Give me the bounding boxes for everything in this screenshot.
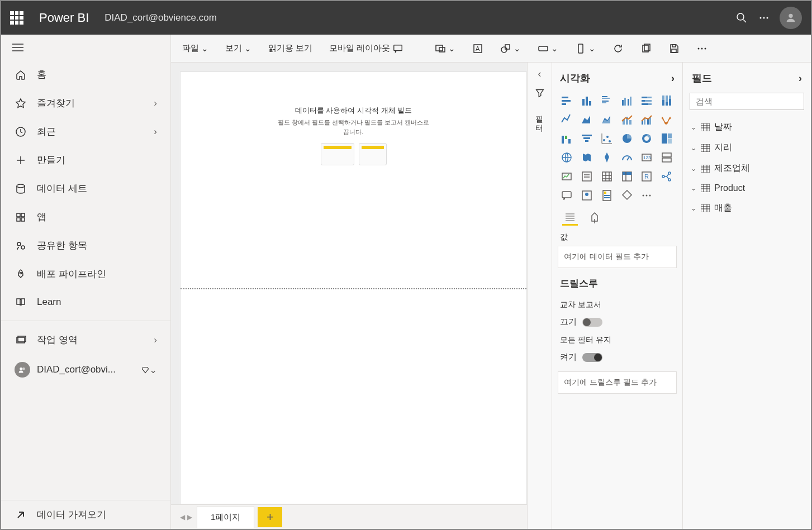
fields-search[interactable]	[690, 93, 804, 110]
toolbar-reading-view[interactable]: 읽기용 보기	[265, 41, 316, 56]
viz-paginated-icon[interactable]	[599, 188, 615, 203]
viz-ribbon-icon[interactable]	[659, 112, 675, 127]
toolbar-mobile-layout[interactable]: 모바일 레이아웃	[326, 41, 407, 56]
viz-clustered-bar-icon[interactable]	[599, 93, 615, 108]
chevron-right-icon[interactable]: ›	[799, 73, 802, 84]
app-launcher-icon[interactable]	[10, 11, 23, 25]
viz-tab-format[interactable]	[587, 210, 602, 226]
nav-datasets[interactable]: 데이터 세트	[1, 174, 170, 203]
toolbar-duplicate[interactable]	[637, 41, 655, 56]
viz-line-icon[interactable]	[559, 112, 574, 127]
viz-gauge-icon[interactable]	[619, 150, 635, 165]
page-tab-1[interactable]: 1페이지	[197, 506, 254, 528]
viz-multi-card-icon[interactable]	[659, 150, 675, 165]
nav-pipelines[interactable]: 배포 파이프라인	[1, 260, 170, 288]
viz-pie-icon[interactable]	[619, 131, 635, 146]
add-page-button[interactable]: +	[258, 507, 282, 527]
user-avatar[interactable]	[780, 7, 802, 29]
nav-shared[interactable]: 공유한 항목	[1, 231, 170, 260]
viz-matrix-icon[interactable]	[619, 169, 635, 184]
svg-rect-44	[586, 97, 588, 106]
nav-home[interactable]: 홈	[1, 60, 170, 89]
viz-r-icon[interactable]: R	[639, 169, 654, 184]
drillthrough-drop-zone[interactable]: 여기에 드릴스루 필드 추가	[558, 371, 677, 394]
viz-map-icon[interactable]	[559, 150, 574, 165]
viz-stacked-area-icon[interactable]	[599, 112, 615, 127]
viz-qna-icon[interactable]	[559, 188, 574, 203]
toolbar-file[interactable]: 파일 ⌄	[179, 41, 212, 56]
chevron-left-icon[interactable]: ‹	[538, 68, 542, 80]
viz-line-clustered-icon[interactable]	[639, 112, 654, 127]
toolbar-refresh[interactable]	[609, 41, 627, 56]
toolbar-shapes[interactable]: ⌄	[497, 41, 524, 56]
svg-rect-51	[624, 98, 626, 106]
viz-waterfall-icon[interactable]	[559, 131, 574, 146]
toolbar-buttons[interactable]: ⌄	[534, 41, 562, 56]
filters-pane-collapsed[interactable]: ‹ 필터	[527, 63, 552, 529]
field-table[interactable]: ⌄ Product	[690, 179, 804, 198]
nav-favorites[interactable]: 즐겨찾기 ›	[1, 89, 170, 117]
viz-donut-icon[interactable]	[639, 131, 654, 146]
report-canvas[interactable]: 데이터를 사용하여 시각적 개체 빌드 필드 창에서 필드를 선택하거나 필드를…	[180, 71, 527, 504]
viz-filled-map-icon[interactable]	[579, 150, 595, 165]
viz-line-column-icon[interactable]	[619, 112, 635, 127]
nav-workspaces[interactable]: 작업 영역 ›	[1, 326, 170, 354]
nav-apps[interactable]: 앱	[1, 203, 170, 231]
keep-filters-toggle[interactable]	[582, 353, 602, 362]
search-icon[interactable]	[730, 7, 753, 29]
toolbar-save[interactable]	[665, 41, 683, 56]
toolbar-view[interactable]: 보기 ⌄	[222, 41, 255, 56]
toolbar-visual[interactable]: ⌄	[572, 41, 599, 56]
viz-slicer-icon[interactable]	[579, 169, 595, 184]
page-next-button[interactable]: ▶	[187, 513, 192, 521]
svg-rect-50	[622, 100, 624, 106]
values-drop-zone[interactable]: 여기에 데이터 필드 추가	[558, 246, 677, 268]
viz-kpi-icon[interactable]	[559, 169, 574, 184]
viz-python-icon[interactable]	[619, 188, 635, 203]
viz-card-icon[interactable]: 123	[639, 150, 654, 165]
nav-current-workspace[interactable]: DIAD_cort@obvi... ⌄	[1, 354, 170, 385]
viz-stacked-bar-icon[interactable]	[559, 93, 574, 108]
toolbar-more[interactable]	[693, 41, 711, 56]
page-prev-button[interactable]: ◀	[180, 513, 185, 521]
chevron-right-icon[interactable]: ›	[671, 73, 675, 84]
svg-rect-115	[604, 192, 606, 194]
field-table[interactable]: ⌄ 날짜	[690, 117, 804, 137]
viz-funnel-icon[interactable]	[579, 131, 595, 146]
viz-stacked-column-icon[interactable]	[579, 93, 595, 108]
viz-decomposition-icon[interactable]	[659, 169, 675, 184]
viz-azure-map-icon[interactable]	[599, 150, 615, 165]
svg-rect-98	[602, 172, 611, 181]
viz-100-stacked-bar-icon[interactable]	[639, 93, 654, 108]
toolbar-textbox[interactable]: A	[469, 41, 487, 56]
viz-more-icon[interactable]	[639, 188, 654, 203]
nav-collapse-button[interactable]	[1, 35, 170, 60]
field-table[interactable]: ⌄ 제조업체	[690, 158, 804, 179]
viz-pane-title: 시각화	[560, 71, 590, 85]
more-icon[interactable]	[753, 7, 775, 29]
cross-report-toggle[interactable]	[582, 318, 602, 327]
viz-area-icon[interactable]	[579, 112, 595, 127]
svg-point-108	[662, 175, 664, 178]
viz-key-influencer-icon[interactable]	[579, 188, 595, 203]
nav-create[interactable]: 만들기	[1, 146, 170, 174]
svg-rect-111	[562, 192, 571, 198]
viz-tab-fields[interactable]	[562, 210, 578, 226]
nav-learn[interactable]: Learn	[1, 288, 170, 316]
viz-clustered-column-icon[interactable]	[619, 93, 635, 108]
fields-search-input[interactable]	[696, 97, 802, 106]
field-table[interactable]: ⌄ 매출	[690, 198, 804, 218]
svg-rect-138	[701, 165, 710, 173]
viz-table-icon[interactable]	[599, 169, 615, 184]
svg-point-37	[698, 47, 700, 49]
field-table[interactable]: ⌄ 지리	[690, 137, 804, 158]
nav-get-data[interactable]: 데이터 가져오기	[1, 500, 170, 529]
nav-recent[interactable]: 최근 ›	[1, 117, 170, 146]
toolbar-explore[interactable]: ⌄	[431, 41, 459, 56]
viz-scatter-icon[interactable]	[599, 131, 615, 146]
svg-rect-86	[668, 133, 672, 138]
viz-100-stacked-column-icon[interactable]	[659, 93, 675, 108]
phone-icon	[575, 43, 586, 54]
toolbar-file-label: 파일	[182, 43, 199, 54]
viz-treemap-icon[interactable]	[659, 131, 675, 146]
